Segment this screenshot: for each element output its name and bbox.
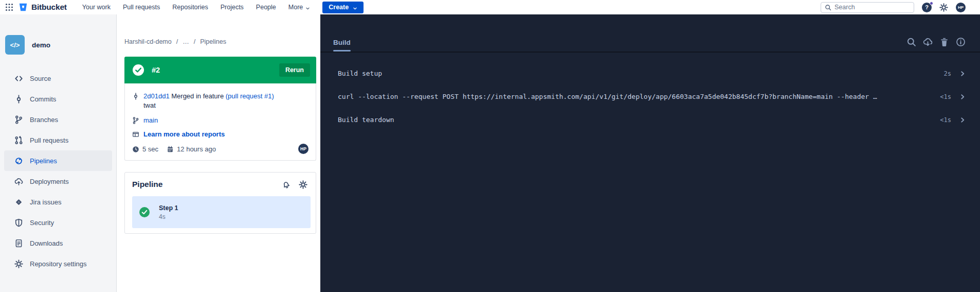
sidebar-item-pull-requests[interactable]: Pull requests [4,130,112,150]
nav-item-repositories[interactable]: Repositories [172,4,208,11]
commit-message-line2: twat [143,101,308,110]
log-panel-actions [906,37,966,51]
step-name: Step 1 [159,204,178,212]
step-success-icon [139,207,150,217]
time-ago-item: 12 hours ago [167,145,216,153]
download-logs-icon[interactable] [923,37,933,47]
breadcrumb-ellipsis[interactable]: … [183,38,189,45]
document-icon [14,239,23,248]
log-row-duration: <1s [940,93,951,100]
pipeline-steps-card: Pipeline Step 1 4s [124,172,316,234]
pipeline-card-header: Pipeline [132,180,311,189]
reports-row: Learn more about reports [132,130,308,138]
log-rows: Build setup 2s curl --location --request… [320,53,980,131]
pull-request-icon [14,136,23,145]
brand-name: Bitbucket [31,3,67,12]
pipeline-card-title: Pipeline [132,180,162,189]
breadcrumb-project[interactable]: Harshil-cd-demo [124,38,172,45]
branch-icon [14,115,23,124]
commit-icon [14,95,23,104]
search-icon [825,4,831,11]
build-number: #2 [152,66,160,74]
chevron-right-icon [959,117,966,123]
log-row-build-teardown[interactable]: Build teardown <1s [338,108,966,131]
pipeline-step-row[interactable]: Step 1 4s [132,196,311,228]
sidebar-item-branches[interactable]: Branches [4,109,112,130]
pipeline-summary-panel: Harshil-cd-demo / … / Pipelines #2 Rerun… [117,14,320,292]
nav-item-pull-requests[interactable]: Pull requests [123,4,160,11]
user-avatar[interactable]: HP [956,3,966,12]
sidebar: </> demo Source Commits Branches Pull re… [0,14,117,292]
nav-right: ? HP [821,2,966,13]
breadcrumb-separator: / [176,38,178,45]
log-panel-header: Build [320,14,980,53]
help-button[interactable]: ? [922,3,932,12]
pipeline-card-actions [282,180,311,189]
breadcrumb: Harshil-cd-demo / … / Pipelines [124,38,316,45]
nav-item-more[interactable]: More [288,4,310,11]
pull-request-link[interactable]: (pull request #1) [226,92,274,100]
search-box[interactable] [821,2,914,13]
branch-link[interactable]: main [143,116,158,124]
duration-text: 5 sec [142,145,158,153]
clock-icon [132,146,139,153]
breadcrumb-separator: / [194,38,195,45]
source-icon [14,74,23,83]
log-row-command[interactable]: curl --location --request POST https://i… [338,85,966,108]
log-row-label: Build teardown [338,116,930,124]
nav-item-people[interactable]: People [256,4,276,11]
log-row-duration: <1s [940,116,951,124]
sidebar-item-deployments[interactable]: Deployments [4,171,112,192]
chevron-right-icon [959,71,966,77]
sidebar-item-commits[interactable]: Commits [4,89,112,109]
jira-icon [14,198,23,207]
sidebar-item-security[interactable]: Security [4,212,112,233]
nav-item-projects[interactable]: Projects [221,4,244,11]
sidebar-item-jira-issues[interactable]: Jira issues [4,192,112,212]
duration-item: 5 sec [132,145,158,153]
branch-row: main [132,116,308,124]
help-glyph: ? [925,4,929,10]
committer-avatar[interactable]: HP [298,144,308,154]
breadcrumb-current: Pipelines [200,38,226,45]
log-row-build-setup[interactable]: Build setup 2s [338,62,966,85]
bitbucket-logo[interactable]: Bitbucket [19,3,67,12]
gear-icon[interactable] [299,180,307,189]
log-row-label: Build setup [338,70,934,77]
branch-icon [132,117,139,124]
calendar-icon [167,146,174,153]
notification-dot [930,2,933,5]
create-button[interactable]: Create [322,2,364,13]
log-row-label: curl --location --request POST https://i… [338,93,930,100]
nav-item-your-work[interactable]: Your work [82,4,111,11]
commit-info-card: 2d01dd1 Merged in feature (pull request … [124,83,316,161]
bell-icon[interactable] [281,179,292,190]
commit-row: 2d01dd1 Merged in feature (pull request … [132,92,308,101]
chevron-down-icon [305,5,310,10]
brand: Bitbucket [5,3,67,12]
trash-icon[interactable] [939,37,949,47]
sidebar-item-pipelines[interactable]: Pipelines [4,150,112,171]
app-switcher-icon[interactable] [5,3,13,11]
search-logs-icon[interactable] [906,37,916,47]
sidebar-item-downloads[interactable]: Downloads [4,233,112,253]
sidebar-item-source[interactable]: Source [4,68,112,89]
repo-name: demo [32,41,50,49]
rerun-button[interactable]: Rerun [279,63,310,77]
build-log-panel: Build Build setup 2s curl --location --r… [320,14,980,292]
settings-gear-icon[interactable] [939,3,948,12]
meta-row: 5 sec 12 hours ago HP [132,144,308,154]
reports-icon [132,131,139,138]
top-nav: Bitbucket Your work Pull requests Reposi… [0,0,980,14]
commit-message: Merged in feature [171,92,224,100]
search-input[interactable] [834,4,910,11]
info-icon[interactable] [956,37,966,47]
sidebar-item-repository-settings[interactable]: Repository settings [4,253,112,274]
shield-icon [14,218,23,227]
reports-link[interactable]: Learn more about reports [143,130,225,138]
gear-icon [14,260,23,268]
repo-avatar[interactable]: </> [5,35,25,55]
tab-build[interactable]: Build [333,39,351,51]
success-check-icon [133,64,144,76]
commit-hash-link[interactable]: 2d01dd1 [143,92,170,100]
